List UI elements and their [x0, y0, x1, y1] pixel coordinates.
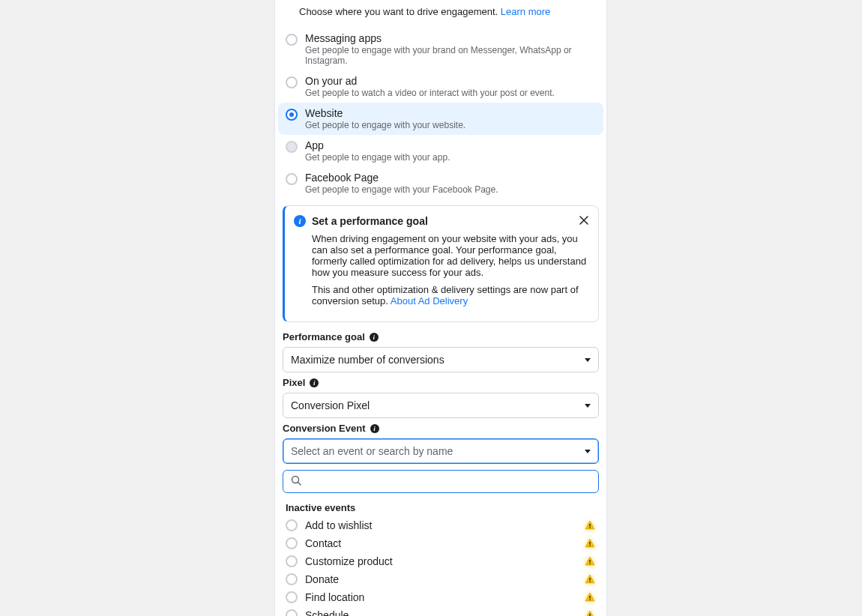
chevron-down-icon — [585, 358, 591, 362]
radio-icon — [286, 573, 298, 585]
event-option-label: Customize product — [305, 555, 576, 567]
radio-icon — [286, 519, 298, 531]
conversion-location-option[interactable]: On your adGet people to watch a video or… — [278, 70, 603, 103]
option-subtitle: Get people to engage with your website. — [305, 120, 465, 130]
conversion-location-option[interactable]: Facebook PageGet people to engage with y… — [278, 167, 603, 199]
learn-more-link[interactable]: Learn more — [501, 6, 550, 17]
svg-rect-7 — [589, 563, 590, 564]
option-subtitle: Get people to engage with your brand on … — [305, 45, 596, 66]
conversion-event-label: Conversion Event — [283, 423, 366, 434]
event-option[interactable]: Customize product — [283, 552, 599, 570]
event-option[interactable]: Find location — [283, 588, 599, 606]
radio-icon — [286, 141, 298, 153]
svg-rect-3 — [589, 527, 590, 528]
performance-goal-select[interactable]: Maximize number of conversions — [283, 347, 599, 372]
option-title: On your ad — [305, 75, 555, 87]
close-icon[interactable] — [577, 214, 591, 227]
adset-panel: Choose where you want to drive engagemen… — [274, 0, 607, 616]
event-option[interactable]: Donate — [283, 570, 599, 588]
svg-rect-6 — [589, 560, 590, 563]
radio-icon — [286, 609, 298, 616]
svg-rect-8 — [589, 578, 590, 581]
option-title: Website — [305, 107, 465, 119]
event-option[interactable]: Add to wishlist — [283, 516, 599, 534]
warning-icon — [584, 573, 596, 585]
performance-goal-label: Performance goal — [283, 331, 365, 342]
info-icon: i — [294, 215, 306, 227]
performance-goal-info: i Set a performance goal When driving en… — [283, 205, 599, 322]
pixel-select[interactable]: Conversion Pixel — [283, 393, 599, 418]
pixel-field: Pixel i Conversion Pixel — [275, 377, 606, 418]
chevron-down-icon — [585, 450, 591, 453]
event-search-input[interactable] — [283, 470, 599, 493]
event-option-label: Schedule — [305, 609, 576, 616]
svg-rect-2 — [589, 524, 590, 527]
radio-icon — [286, 76, 298, 88]
svg-line-1 — [298, 483, 301, 486]
warning-icon — [584, 609, 596, 616]
info-icon[interactable]: i — [310, 378, 319, 387]
svg-rect-11 — [589, 599, 590, 600]
conversion-event-field: Conversion Event i Select an event or se… — [275, 423, 606, 464]
warning-icon — [584, 555, 596, 567]
radio-icon — [286, 555, 298, 567]
event-option-label: Contact — [305, 537, 576, 549]
intro-copy: Choose where you want to drive engagemen… — [299, 6, 501, 17]
info-icon[interactable]: i — [370, 333, 379, 342]
event-option[interactable]: Schedule — [283, 606, 599, 616]
conversion-event-select[interactable]: Select an event or search by name — [283, 438, 599, 464]
dropdown-section-title: Inactive events — [283, 496, 599, 516]
option-title: Facebook Page — [305, 172, 498, 184]
option-title: Messaging apps — [305, 32, 596, 44]
radio-icon — [286, 537, 298, 549]
svg-rect-9 — [589, 581, 590, 582]
chevron-down-icon — [585, 404, 591, 408]
svg-rect-10 — [589, 596, 590, 599]
conversion-location-option[interactable]: Messaging appsGet people to engage with … — [278, 28, 603, 70]
event-dropdown[interactable]: Inactive events Add to wishlistContactCu… — [283, 496, 599, 616]
infobox-title: Set a performance goal — [312, 215, 428, 227]
about-ad-delivery-link[interactable]: About Ad Delivery — [391, 295, 468, 307]
option-subtitle: Get people to engage with your app. — [305, 152, 450, 163]
event-option-label: Donate — [305, 573, 576, 585]
warning-icon — [584, 591, 596, 603]
event-option-label: Add to wishlist — [305, 519, 576, 531]
event-option[interactable]: Contact — [283, 534, 599, 552]
event-option-label: Find location — [305, 591, 576, 603]
search-icon — [291, 475, 301, 488]
radio-icon — [286, 173, 298, 185]
warning-icon — [584, 519, 596, 531]
option-title: App — [305, 139, 450, 151]
pixel-label: Pixel — [283, 377, 305, 388]
infobox-body-1: When driving engagement on your website … — [312, 233, 588, 278]
infobox-body-2: This and other optimization & delivery s… — [312, 284, 588, 307]
conversion-location-option[interactable]: WebsiteGet people to engage with your we… — [278, 103, 603, 135]
radio-icon — [286, 109, 298, 121]
info-icon[interactable]: i — [370, 424, 379, 433]
option-subtitle: Get people to engage with your Facebook … — [305, 184, 498, 195]
svg-rect-4 — [589, 542, 590, 545]
conversion-location-option[interactable]: AppGet people to engage with your app. — [278, 135, 603, 167]
radio-icon — [286, 34, 298, 46]
performance-goal-field: Performance goal i Maximize number of co… — [275, 331, 606, 372]
warning-icon — [584, 537, 596, 549]
radio-icon — [286, 591, 298, 603]
option-subtitle: Get people to watch a video or interact … — [305, 88, 555, 98]
intro-text: Choose where you want to drive engagemen… — [275, 0, 606, 28]
conversion-location-list: Messaging appsGet people to engage with … — [275, 28, 606, 199]
svg-rect-5 — [589, 545, 590, 546]
